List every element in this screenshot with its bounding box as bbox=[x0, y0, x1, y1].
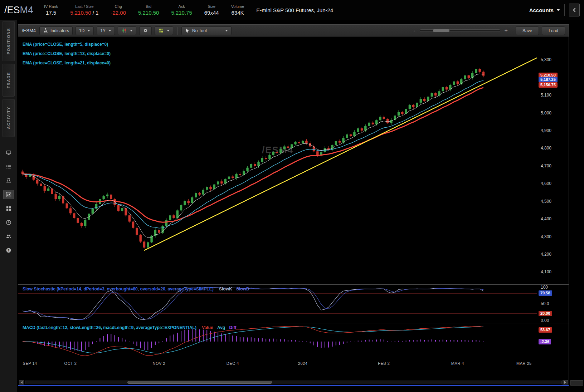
time-axis-label: MAR 4 bbox=[451, 361, 464, 366]
macd-panel[interactable]: MACD (fastLength=12, slowLength=26, macd… bbox=[18, 323, 569, 359]
chevron-down-icon bbox=[130, 30, 133, 31]
gear-icon bbox=[143, 28, 148, 33]
grid-layout-dropdown[interactable] bbox=[155, 26, 173, 35]
scrollbar-track[interactable] bbox=[25, 381, 562, 384]
zoom-out-button[interactable]: - bbox=[412, 28, 417, 34]
accounts-label: Accounts bbox=[529, 7, 554, 13]
contract-description: E-mini S&P 500 Futures, Jun-24 bbox=[256, 7, 333, 13]
zoom-slider[interactable] bbox=[420, 29, 500, 32]
sidebar-tab-trade[interactable]: TRADE bbox=[3, 64, 15, 97]
save-button[interactable]: Save bbox=[516, 26, 539, 35]
scroll-left-button[interactable] bbox=[19, 380, 24, 384]
monitor-icon bbox=[6, 150, 11, 156]
grid-icon bbox=[6, 206, 11, 211]
quote-stat-last-size: Last / Size5,210.50 / 1 bbox=[70, 4, 98, 16]
scrollbar-thumb[interactable] bbox=[127, 381, 272, 384]
price-chart[interactable]: /ESM4 bbox=[18, 37, 569, 284]
chart-window: /ESM4 Indicators 1D 1Y bbox=[18, 24, 569, 386]
stat-value: 69x44 bbox=[204, 10, 219, 16]
quote-stat-chg: Chg-22.00 bbox=[111, 4, 126, 16]
price-axis-label: 4,900 bbox=[541, 128, 551, 133]
stochastic-axis-label: 0.00 bbox=[541, 318, 549, 323]
stat-label: Bid bbox=[138, 4, 159, 9]
stat-value: 17.5 bbox=[44, 10, 58, 16]
zoom-in-button[interactable]: + bbox=[503, 28, 509, 34]
cursor-icon bbox=[185, 28, 190, 33]
stochastic-axis-bubble: 79.58 bbox=[539, 290, 552, 296]
chart-grid-icon bbox=[6, 192, 11, 197]
price-axis-label: 5,000 bbox=[541, 111, 551, 116]
toolbar-divider bbox=[177, 27, 177, 35]
sidebar-button-people-icon[interactable] bbox=[3, 232, 14, 241]
main-row: POSITIONS TRADE ACTIVITY ? /ESM4 Indicat… bbox=[0, 20, 584, 392]
stat-label: Last / Size bbox=[70, 4, 98, 9]
stat-label: Volume bbox=[231, 4, 244, 9]
svg-text:?: ? bbox=[8, 248, 10, 252]
chevron-down-icon bbox=[225, 30, 228, 31]
price-axis-label: 5,100 bbox=[541, 93, 551, 98]
people-icon bbox=[6, 234, 11, 239]
stat-value: 634K bbox=[231, 10, 244, 16]
chart-toolbar: /ESM4 Indicators 1D 1Y bbox=[18, 25, 569, 37]
time-axis[interactable]: SEP 14OCT 2NOV 2DEC 42024FEB 2MAR 4MAR 2… bbox=[18, 359, 569, 368]
price-axis-label: 5,300 bbox=[541, 57, 551, 62]
sidebar-icons: ? bbox=[3, 148, 14, 255]
sidebar-button-beaker-icon[interactable] bbox=[3, 176, 14, 185]
symbol-display[interactable]: /ESM4 bbox=[4, 5, 33, 16]
app-root: /ESM4 IV Rank17.5Last / Size5,210.50 / 1… bbox=[0, 0, 584, 392]
sidebar-button-help-icon[interactable]: ? bbox=[3, 246, 14, 255]
help-icon: ? bbox=[6, 248, 11, 253]
range-dropdown[interactable]: 1Y bbox=[97, 26, 115, 35]
chevron-left-icon bbox=[572, 8, 576, 13]
load-button[interactable]: Load bbox=[542, 26, 565, 35]
symbol-month: M4 bbox=[20, 5, 34, 15]
indicators-button[interactable]: Indicators bbox=[39, 26, 73, 35]
grid-layout-icon bbox=[158, 28, 164, 33]
sidebar-tab-activity[interactable]: ACTIVITY bbox=[3, 99, 15, 137]
stochastic-chart[interactable] bbox=[18, 285, 569, 323]
quote-stats: IV Rank17.5Last / Size5,210.50 / 1Chg-22… bbox=[44, 4, 244, 16]
flask-icon bbox=[43, 28, 48, 33]
sidebar-button-history-icon[interactable] bbox=[3, 218, 14, 227]
quote-stat-bid: Bid5,210.50 bbox=[138, 4, 159, 16]
price-axis-label: 4,500 bbox=[541, 199, 551, 204]
macd-chart[interactable] bbox=[18, 323, 569, 359]
price-axis-label: 4,600 bbox=[541, 181, 551, 186]
price-chart-panel[interactable]: /ESM4 EMA (price=CLOSE, length=5, displa… bbox=[18, 37, 569, 285]
stochastic-panel[interactable]: Slow Stochastic (kPeriod=14, dPeriod=3, … bbox=[18, 285, 569, 323]
indicators-label: Indicators bbox=[50, 28, 69, 33]
price-axis-label: 4,100 bbox=[541, 269, 551, 274]
scroll-right-button[interactable] bbox=[563, 380, 568, 384]
zoom-slider-thumb[interactable] bbox=[433, 29, 449, 32]
accounts-dropdown[interactable]: Accounts bbox=[529, 7, 560, 13]
price-axis-label: 4,800 bbox=[541, 146, 551, 151]
chart-symbol-label: /ESM4 bbox=[22, 28, 36, 33]
quote-header: /ESM4 IV Rank17.5Last / Size5,210.50 / 1… bbox=[0, 0, 584, 20]
macd-axis-bubble: -2.36 bbox=[539, 339, 551, 344]
list-icon bbox=[6, 164, 11, 170]
sidebar-button-list-icon[interactable] bbox=[3, 162, 14, 171]
time-axis-label: OCT 2 bbox=[64, 361, 77, 366]
collapse-panel-button[interactable] bbox=[569, 4, 580, 16]
sidebar-button-chart-grid-icon[interactable] bbox=[3, 190, 14, 199]
window-resize-grip[interactable] bbox=[570, 380, 583, 386]
sidebar-button-monitor-icon[interactable] bbox=[3, 148, 14, 157]
horizontal-scrollbar[interactable] bbox=[19, 380, 568, 385]
sidebar-tab-positions[interactable]: POSITIONS bbox=[3, 21, 15, 61]
chevron-down-icon bbox=[556, 9, 560, 11]
chart-settings-button[interactable] bbox=[139, 26, 152, 35]
chevron-down-icon bbox=[87, 30, 90, 31]
history-icon bbox=[6, 220, 11, 225]
time-axis-label: MAR 25 bbox=[516, 361, 532, 366]
quote-stat-volume: Volume634K bbox=[231, 4, 244, 16]
stat-label: IV Rank bbox=[44, 4, 58, 9]
symbol-root: /ES bbox=[4, 5, 20, 15]
drawing-tool-dropdown[interactable]: No Tool bbox=[181, 26, 232, 35]
chevron-down-icon bbox=[108, 30, 111, 31]
timeframe-dropdown[interactable]: 1D bbox=[76, 26, 94, 35]
chart-type-dropdown[interactable] bbox=[118, 26, 136, 35]
sidebar-button-grid-icon[interactable] bbox=[3, 204, 14, 213]
drawing-tool-value: No Tool bbox=[192, 28, 206, 33]
stat-value: 5,210.75 bbox=[171, 10, 192, 16]
svg-text:/ESM4: /ESM4 bbox=[262, 144, 293, 155]
